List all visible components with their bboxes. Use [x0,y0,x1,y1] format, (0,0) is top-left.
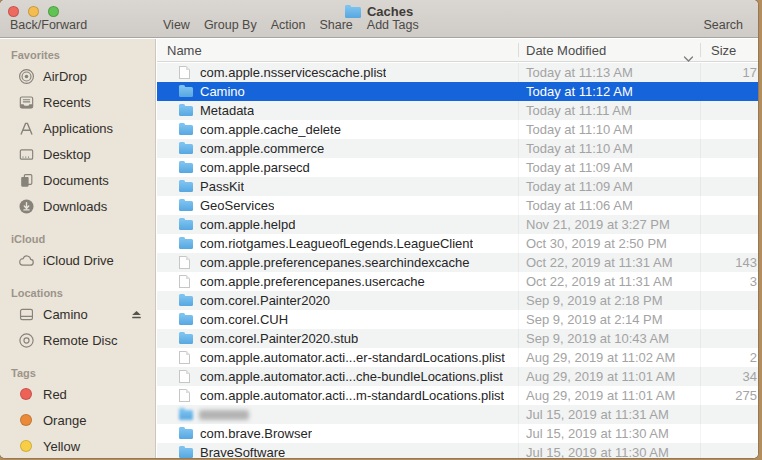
file-row[interactable]: com.apple.automator.acti...che-bundleLoc… [157,367,758,386]
add-tags-button[interactable]: Add Tags [367,18,419,32]
yellow-tag-icon [18,438,35,455]
file-row[interactable]: com.apple.helpdNov 21, 2019 at 3:27 PM [157,215,758,234]
search-button[interactable]: Search [703,18,743,32]
sidebar-item-documents[interactable]: Documents [0,167,155,193]
file-name: com.apple.automator.acti...m-standardLoc… [200,388,504,403]
sidebar-item-camino[interactable]: Camino [0,301,155,327]
file-date-modified: Aug 29, 2019 at 11:01 AM [526,388,675,403]
sidebar-section-title-favorites: Favorites [11,49,155,62]
file-name: BraveSoftware [200,445,285,458]
file-icon [179,66,190,79]
eject-icon[interactable] [129,307,144,322]
applications-icon [18,120,35,137]
file-row[interactable]: com.apple.preferencepanes.searchindexcac… [157,253,758,272]
sidebar-item-orange[interactable]: Orange [0,407,155,433]
disk-icon [18,306,35,323]
sidebar-item-recents[interactable]: Recents [0,89,155,115]
folder-icon [179,313,193,325]
recents-icon [18,94,35,111]
window-title: Caches [367,4,413,19]
red-tag-icon [18,386,35,403]
sidebar-item-icloud-drive[interactable]: iCloud Drive [0,247,155,273]
file-name: com.apple.cache_delete [200,122,341,137]
file-row[interactable]: com.apple.automator.acti...m-standardLoc… [157,386,758,405]
file-row[interactable]: MetadataToday at 11:11 AM [157,101,758,120]
file-row[interactable]: com.apple.cache_deleteToday at 11:10 AM [157,120,758,139]
file-name: com.apple.commerce [200,141,324,156]
view-button[interactable]: View [163,18,190,32]
column-header-size[interactable]: Size [711,39,736,62]
sidebar-item-desktop[interactable]: Desktop [0,141,155,167]
file-date-modified: Today at 11:10 AM [526,122,633,137]
downloads-icon [18,198,35,215]
file-row-selected[interactable]: CaminoToday at 11:12 AM [157,82,758,101]
file-row[interactable]: com.apple.nsservicescache.plistToday at … [157,63,758,82]
folder-icon [179,294,193,306]
share-button[interactable]: Share [319,18,352,32]
file-row[interactable]: com.corel.Painter2020Sep 9, 2019 at 2:18… [157,291,758,310]
sidebar-item-label: Recents [43,95,91,110]
file-date-modified: Today at 11:11 AM [526,103,632,118]
file-row[interactable]: com.corel.Painter2020.stubSep 9, 2019 at… [157,329,758,348]
file-date-modified: Today at 11:10 AM [526,141,633,156]
file-row[interactable]: PassKitToday at 11:09 AM [157,177,758,196]
file-date-modified: Oct 30, 2019 at 2:50 PM [526,236,667,251]
sidebar-item-applications[interactable]: Applications [0,115,155,141]
file-icon [179,351,190,364]
column-header-date-modified[interactable]: Date Modified [526,39,606,62]
column-header-name[interactable]: Name [167,39,202,62]
file-name: com.apple.preferencepanes.searchindexcac… [200,255,470,270]
airdrop-icon [18,68,35,85]
file-date-modified: Jul 15, 2019 at 11:31 AM [526,407,669,422]
sidebar-item-downloads[interactable]: Downloads [0,193,155,219]
file-row[interactable]: com.corel.CUHSep 9, 2019 at 2:14 PM [157,310,758,329]
folder-icon [179,142,193,154]
file-list: com.apple.nsservicescache.plistToday at … [157,63,758,458]
file-row[interactable]: Jul 15, 2019 at 11:31 AM [157,405,758,424]
sidebar-item-yellow[interactable]: Yellow [0,433,155,458]
file-date-modified: Oct 22, 2019 at 11:31 AM [526,255,672,270]
toolbar: Back/Forward View Group By Action Share … [0,18,758,34]
sidebar-item-red[interactable]: Red [0,381,155,407]
file-name: com.apple.nsservicescache.plist [200,65,386,80]
orange-tag-icon [18,412,35,429]
folder-icon [179,123,193,135]
file-row[interactable]: GeoServicesToday at 11:06 AM [157,196,758,215]
file-browser: Name Date Modified Size com.apple.nsserv… [157,39,758,458]
sidebar-item-label: AirDrop [43,69,87,84]
file-date-modified: Oct 22, 2019 at 11:31 AM [526,274,672,289]
folder-icon [179,332,193,344]
file-date-modified: Jul 15, 2019 at 11:30 AM [526,445,669,458]
file-row[interactable]: BraveSoftwareJul 15, 2019 at 11:30 AM [157,443,758,458]
file-date-modified: Today at 11:13 AM [526,65,633,80]
file-name: com.apple.preferencepanes.usercache [200,274,425,289]
file-row[interactable]: com.apple.automator.acti...er-standardLo… [157,348,758,367]
sidebar-item-label: Remote Disc [43,333,117,348]
file-row[interactable]: com.brave.BrowserJul 15, 2019 at 11:30 A… [157,424,758,443]
window-title-area: Caches [0,3,758,19]
file-row[interactable]: com.apple.parsecdToday at 11:09 AM [157,158,758,177]
folder-icon [179,180,193,192]
sidebar-item-remote-disc[interactable]: Remote Disc [0,327,155,353]
folder-icon [179,427,193,439]
file-icon [179,256,190,269]
folder-icon [179,237,193,249]
folder-icon [345,7,361,18]
file-size: 275 [735,388,757,403]
back-forward-button[interactable]: Back/Forward [10,18,87,32]
file-row[interactable]: com.apple.commerceToday at 11:10 AM [157,139,758,158]
file-date-modified: Sep 9, 2019 at 2:14 PM [526,312,663,327]
file-row[interactable]: com.riotgames.LeagueofLegends.LeagueClie… [157,234,758,253]
sidebar-item-label: Camino [43,307,88,322]
sidebar-section-title-icloud: iCloud [11,233,155,246]
column-line [700,63,701,458]
column-divider [700,43,701,57]
file-row[interactable]: com.apple.preferencepanes.usercacheOct 2… [157,272,758,291]
column-divider [518,43,519,57]
sidebar-item-airdrop[interactable]: AirDrop [0,63,155,89]
desktop-icon [18,146,35,163]
group-by-button[interactable]: Group By [204,18,257,32]
file-name: GeoServices [200,198,274,213]
action-button[interactable]: Action [271,18,306,32]
file-name: Camino [200,84,245,99]
